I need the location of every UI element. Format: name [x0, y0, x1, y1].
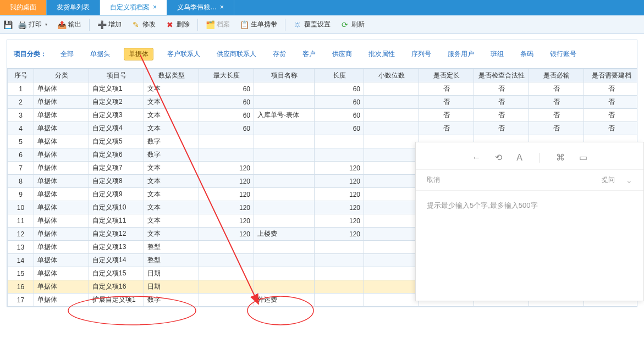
- column-header[interactable]: 序号: [8, 69, 34, 82]
- filter-单据头[interactable]: 单据头: [87, 48, 113, 60]
- back-icon[interactable]: ←: [472, 153, 481, 163]
- ask-button[interactable]: 提问: [602, 175, 615, 185]
- cell: 单据体: [34, 188, 89, 201]
- filter-服务用户[interactable]: 服务用户: [445, 48, 477, 60]
- tab-发货单列表[interactable]: 发货单列表: [47, 0, 100, 15]
- table-row[interactable]: 1单据体自定义项1文本6060否否否否: [8, 82, 637, 96]
- cell: [315, 148, 364, 162]
- tab-我的桌面[interactable]: 我的桌面: [0, 0, 47, 15]
- save-icon[interactable]: 💾: [3, 20, 12, 29]
- cell: [364, 122, 419, 135]
- cell: 120: [315, 188, 364, 201]
- column-header[interactable]: 项目号: [89, 69, 144, 82]
- cell: 120: [199, 228, 254, 241]
- cell: 单据体: [34, 122, 89, 135]
- filter-批次属性[interactable]: 批次属性: [366, 48, 398, 60]
- column-header[interactable]: 是否定长: [419, 69, 474, 82]
- column-header[interactable]: 是否检查合法性: [474, 69, 529, 82]
- cell: 自定义项9: [89, 188, 144, 201]
- carry-icon: 📋: [240, 20, 249, 29]
- calendar-icon[interactable]: ▭: [579, 152, 587, 163]
- cover-button[interactable]: ⛭ 覆盖设置: [289, 18, 335, 31]
- cell: 16: [8, 280, 34, 294]
- cell: 10: [8, 201, 34, 214]
- font-icon[interactable]: A: [516, 153, 522, 163]
- carry-label: 生单携带: [251, 20, 277, 29]
- table-row[interactable]: 4单据体自定义项4文本6060否否否否: [8, 122, 637, 135]
- cell: 自定义项13: [89, 241, 144, 254]
- cell: [254, 148, 315, 162]
- filter-全部[interactable]: 全部: [58, 48, 76, 60]
- cell: [199, 241, 254, 254]
- filter-序列号[interactable]: 序列号: [409, 48, 434, 60]
- cell: 8: [8, 175, 34, 188]
- cell: 单据体: [34, 228, 89, 241]
- filter-客户联系人[interactable]: 客户联系人: [164, 48, 203, 60]
- cell: 17: [8, 294, 34, 307]
- cell: 120: [199, 214, 254, 228]
- filter-存货[interactable]: 存货: [270, 48, 289, 60]
- print-button[interactable]: 🖨️ 打印 ▾: [13, 18, 52, 31]
- filter-单据体[interactable]: 单据体: [124, 48, 153, 60]
- table-row[interactable]: 3单据体自定义项3文本60入库单号-表体60否否否否: [8, 109, 637, 122]
- refresh-button[interactable]: ⟳ 刷新: [336, 18, 369, 31]
- cell: [254, 122, 315, 135]
- cell: 自定义项16: [89, 280, 144, 294]
- table-row[interactable]: 2单据体自定义项2文本6060否否否否: [8, 96, 637, 109]
- filter-条码[interactable]: 条码: [518, 48, 536, 60]
- filter-班组[interactable]: 班组: [488, 48, 507, 60]
- column-header[interactable]: 是否必输: [529, 69, 584, 82]
- cell: 上楼费: [254, 228, 315, 241]
- cell: 否: [584, 96, 637, 109]
- export-button[interactable]: 📤 输出: [53, 18, 86, 31]
- close-icon[interactable]: ×: [153, 0, 157, 15]
- column-header[interactable]: 分类: [34, 69, 89, 82]
- column-header[interactable]: 最大长度: [199, 69, 254, 82]
- column-header[interactable]: 是否需要建档: [584, 69, 637, 82]
- cell: 2: [8, 96, 34, 109]
- column-header[interactable]: 长度: [315, 69, 364, 82]
- column-header[interactable]: 小数位数: [364, 69, 419, 82]
- filter-供应商[interactable]: 供应商: [329, 48, 355, 60]
- filter-客户[interactable]: 客户: [300, 48, 318, 60]
- cell: 自定义项15: [89, 267, 144, 280]
- cell: 自定义项3: [89, 109, 144, 122]
- cell: [254, 162, 315, 175]
- carry-button[interactable]: 📋 生单携带: [235, 18, 282, 31]
- tab-label: 义乌季伟粮…: [177, 0, 217, 15]
- add-button[interactable]: ➕ 增加: [93, 18, 126, 31]
- cancel-button[interactable]: 取消: [427, 175, 440, 185]
- cell: 单据体: [34, 241, 89, 254]
- cell: 单据体: [34, 267, 89, 280]
- cell: 4: [8, 122, 34, 135]
- add-icon: ➕: [97, 20, 106, 29]
- cell: 文本: [144, 122, 199, 135]
- cell: 12: [8, 228, 34, 241]
- column-header[interactable]: 数据类型: [144, 69, 199, 82]
- cell: 14: [8, 254, 34, 267]
- column-header[interactable]: 项目名称: [254, 69, 315, 82]
- refresh-icon[interactable]: ⟲: [495, 152, 502, 163]
- delete-button[interactable]: ✖ 删除: [161, 18, 194, 31]
- cell: 自定义项11: [89, 214, 144, 228]
- link-icon[interactable]: ⌘: [556, 152, 565, 163]
- filter-银行账号[interactable]: 银行账号: [547, 48, 579, 60]
- cell: [254, 82, 315, 96]
- cell: 60: [199, 122, 254, 135]
- chevron-down-icon[interactable]: ⌄: [626, 176, 632, 185]
- cell: [254, 254, 315, 267]
- cell: [364, 228, 419, 241]
- cell: 文本: [144, 175, 199, 188]
- cell: 120: [199, 188, 254, 201]
- tab-自定义项档案[interactable]: 自定义项档案×: [100, 0, 167, 15]
- archive-label: 档案: [217, 20, 230, 29]
- cell: 文本: [144, 162, 199, 175]
- close-icon[interactable]: ×: [220, 0, 224, 15]
- edit-button[interactable]: ✎ 修改: [127, 18, 160, 31]
- filter-供应商联系人[interactable]: 供应商联系人: [214, 48, 259, 60]
- cell: 数字: [144, 148, 199, 162]
- separator: [285, 19, 285, 31]
- tab-义乌季伟粮…[interactable]: 义乌季伟粮…×: [167, 0, 234, 15]
- cell: 入库单号-表体: [254, 109, 315, 122]
- tab-label: 自定义项档案: [110, 0, 150, 15]
